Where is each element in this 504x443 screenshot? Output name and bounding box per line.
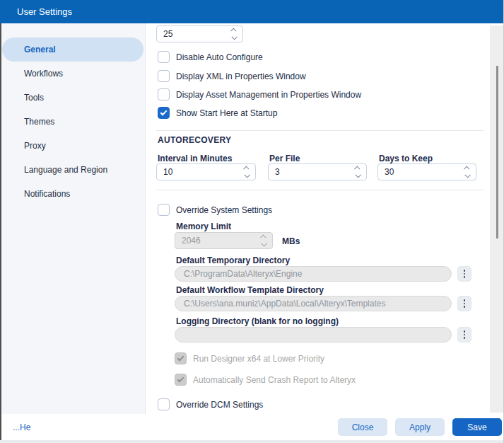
- save-button[interactable]: Save: [452, 418, 502, 436]
- spinner-buttons[interactable]: [230, 28, 238, 40]
- checkbox-override-system-settings[interactable]: Override System Settings: [158, 204, 272, 216]
- top-number-input[interactable]: 25: [156, 25, 243, 42]
- check-icon: [160, 109, 168, 116]
- user-settings-dialog: User Settings General Workflows Tools Th…: [0, 0, 504, 443]
- template-directory-value: C:\Users\ana.muniz\AppData\Local\Alteryx…: [184, 299, 385, 309]
- checkbox-disable-auto-configure[interactable]: Disable Auto Configure: [158, 51, 263, 63]
- scrollbar-thumb[interactable]: [496, 66, 498, 238]
- interval-label: Interval in Minutes: [158, 154, 232, 163]
- memory-unit-label: MBs: [282, 236, 300, 246]
- sidebar-item-label: Proxy: [24, 141, 46, 151]
- per-file-value: 3: [275, 167, 353, 177]
- checkbox-show-start-here[interactable]: Show Start Here at Startup: [158, 107, 277, 119]
- template-directory-browse-button[interactable]: [457, 296, 471, 311]
- checkbox-send-crash-report: Automatically Send Crash Report to Alter…: [175, 374, 356, 386]
- template-directory-field: C:\Users\ana.muniz\AppData\Local\Alteryx…: [175, 296, 452, 311]
- temp-directory-browse-button[interactable]: [457, 266, 471, 282]
- sidebar-item-label: Notifications: [24, 189, 70, 199]
- checkbox-display-xml[interactable]: Display XML in Properties Window: [158, 70, 306, 82]
- interval-value: 10: [163, 167, 242, 177]
- spinner-buttons[interactable]: [242, 166, 251, 178]
- logging-directory-field: [175, 327, 452, 343]
- chevron-up-icon[interactable]: [464, 166, 469, 171]
- check-icon: [177, 376, 184, 383]
- sidebar-item-tools[interactable]: Tools: [1, 86, 145, 110]
- chevron-down-icon[interactable]: [355, 172, 361, 178]
- spinner-buttons[interactable]: [463, 166, 471, 178]
- checkbox-label: Disable Auto Configure: [176, 52, 263, 62]
- memory-limit-value: 2046: [182, 236, 259, 246]
- chevron-up-icon: [260, 234, 266, 240]
- sidebar-item-label: Themes: [24, 117, 54, 127]
- memory-limit-label: Memory Limit: [176, 222, 231, 231]
- close-button[interactable]: Close: [338, 418, 387, 436]
- per-file-label: Per File: [269, 154, 300, 163]
- checkbox-label: Display XML in Properties Window: [176, 71, 306, 81]
- chevron-down-icon[interactable]: [244, 172, 250, 178]
- checkbox-label: Show Start Here at Startup: [176, 108, 277, 118]
- checkbox-icon[interactable]: [158, 51, 170, 63]
- interval-input[interactable]: 10: [156, 163, 256, 180]
- logging-directory-browse-button[interactable]: [457, 327, 471, 343]
- check-icon: [177, 355, 184, 362]
- checkbox-label: Run Designer x64 at Lower Priority: [193, 354, 324, 364]
- help-link[interactable]: ...He: [13, 422, 30, 432]
- sidebar-item-workflows[interactable]: Workflows: [1, 62, 145, 86]
- chevron-up-icon[interactable]: [230, 28, 236, 33]
- checkbox-display-asset-management[interactable]: Display Asset Management in Properties W…: [158, 88, 361, 100]
- chevron-down-icon[interactable]: [464, 172, 470, 178]
- dialog-footer: ...He Close Apply Save: [0, 414, 504, 440]
- days-to-keep-value: 30: [385, 167, 463, 177]
- chevron-down-icon[interactable]: [231, 34, 237, 40]
- checkbox-label: Override DCM Settings: [176, 400, 263, 410]
- spinner-buttons: [259, 235, 268, 246]
- days-to-keep-input[interactable]: 30: [377, 163, 476, 180]
- sidebar-item-themes[interactable]: Themes: [1, 110, 145, 134]
- dialog-title: User Settings: [17, 6, 72, 17]
- checkbox-disabled-checked-icon: [175, 352, 187, 364]
- general-settings-panel: 25 Disable Auto Configure Display XML in…: [146, 23, 490, 414]
- checkbox-override-dcm-settings[interactable]: Override DCM Settings: [158, 398, 263, 410]
- sidebar-item-label: Workflows: [24, 69, 63, 79]
- per-file-input[interactable]: 3: [268, 163, 367, 180]
- vertical-scrollbar[interactable]: [490, 25, 504, 413]
- checkbox-label: Override System Settings: [176, 205, 272, 215]
- sidebar-item-label: Language and Region: [24, 165, 107, 175]
- temp-directory-value: C:\ProgramData\Alteryx\Engine: [184, 269, 302, 279]
- temp-directory-field: C:\ProgramData\Alteryx\Engine: [175, 266, 452, 282]
- chevron-up-icon[interactable]: [243, 166, 249, 171]
- temp-directory-label: Default Temporary Directory: [176, 255, 290, 265]
- sidebar-item-language-and-region[interactable]: Language and Region: [1, 158, 145, 182]
- sidebar-item-general[interactable]: General: [2, 38, 143, 62]
- checkbox-icon[interactable]: [158, 70, 170, 82]
- title-bar: User Settings: [0, 0, 504, 23]
- section-divider: [156, 190, 484, 190]
- top-number-value: 25: [163, 29, 230, 39]
- checkbox-icon[interactable]: [158, 88, 170, 100]
- window-bottom-edge: [0, 440, 504, 443]
- apply-button[interactable]: Apply: [395, 418, 445, 436]
- checkbox-run-designer-lower-priority: Run Designer x64 at Lower Priority: [175, 352, 324, 364]
- template-directory-label: Default Workflow Template Directory: [176, 285, 324, 295]
- sidebar-item-notifications[interactable]: Notifications: [1, 182, 145, 206]
- chevron-up-icon[interactable]: [354, 166, 360, 171]
- checkbox-icon[interactable]: [158, 204, 170, 216]
- settings-sidebar: General Workflows Tools Themes Proxy Lan…: [1, 23, 146, 414]
- spinner-buttons[interactable]: [353, 166, 362, 178]
- sidebar-item-label: General: [24, 45, 56, 54]
- footer-buttons: Close Apply Save: [338, 418, 502, 436]
- days-to-keep-label: Days to Keep: [379, 154, 433, 163]
- section-divider: [156, 130, 484, 131]
- chevron-down-icon: [261, 241, 266, 246]
- memory-limit-input: 2046: [175, 232, 273, 249]
- window-left-edge: [0, 23, 1, 440]
- checkbox-disabled-checked-icon: [175, 374, 187, 386]
- checkbox-label: Automatically Send Crash Report to Alter…: [193, 375, 356, 385]
- checkbox-checked-icon[interactable]: [158, 107, 170, 119]
- sidebar-item-proxy[interactable]: Proxy: [1, 134, 145, 158]
- logging-directory-label: Logging Directory (blank for no logging): [176, 316, 339, 326]
- checkbox-icon[interactable]: [158, 398, 170, 410]
- autorecovery-heading: AUTORECOVERY: [158, 135, 231, 145]
- checkbox-label: Display Asset Management in Properties W…: [176, 90, 361, 100]
- sidebar-item-label: Tools: [24, 93, 44, 103]
